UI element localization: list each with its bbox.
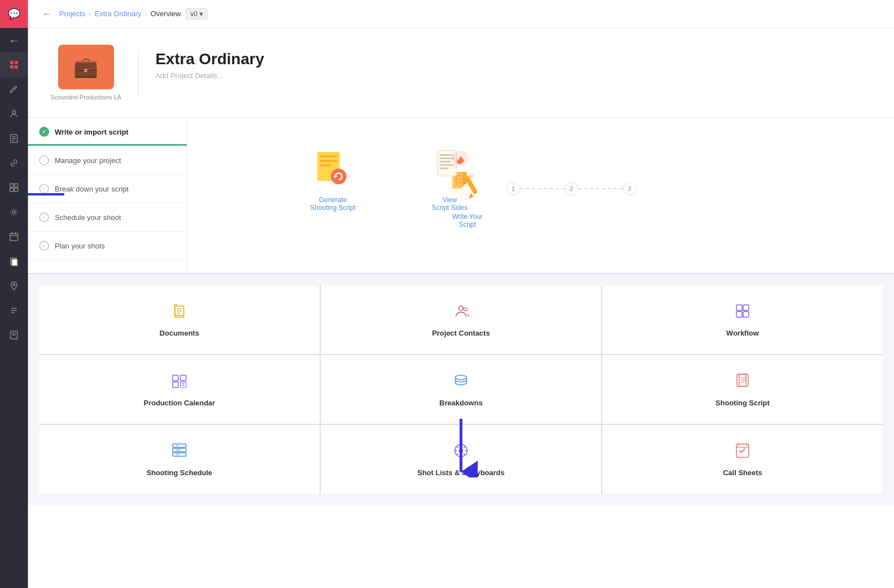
sidebar-item-pin[interactable] [0,274,28,298]
step-write[interactable]: ✓ Write or import script [28,118,187,146]
grid-cell-callsheets[interactable]: Call Sheets [602,425,883,494]
sidebar-item-calendar[interactable] [0,224,28,249]
version-selector[interactable]: v0 ▾ [186,8,208,20]
svg-rect-51 [440,168,449,169]
svg-rect-58 [736,305,742,310]
schedule-icon [170,442,188,462]
sidebar-item-gear[interactable] [0,200,28,224]
svg-rect-49 [440,161,451,162]
script-step-view-label: ViewScript Sides [432,196,468,212]
svg-point-13 [13,211,16,214]
svg-point-20 [13,284,15,286]
breadcrumb-projects[interactable]: Projects [59,9,85,18]
shooting-script-label: Shooting Script [716,399,770,407]
step-num-3: 3 [623,182,636,195]
step-num-2: 2 [565,182,578,195]
svg-rect-1 [15,61,18,64]
shooting-script-icon [734,372,752,392]
svg-rect-50 [440,164,454,166]
svg-rect-41 [320,155,337,157]
sidebar-item-grid[interactable] [0,175,28,200]
svg-rect-60 [736,312,742,317]
svg-point-85 [459,449,463,452]
breadcrumb-current: Overview [150,9,180,18]
grid-cell-calendar[interactable]: Production Calendar [39,355,320,424]
script-step-view-icon [427,146,472,190]
svg-line-90 [457,447,459,448]
step-shots[interactable]: ○ Plan your shots [28,232,187,260]
script-steps-row: TTN PDF FDX TXT Write YourScript [445,162,636,228]
step-schedule[interactable]: ○ Schedule your shoot [28,203,187,232]
project-info: Extra Ordinary Add Project Details... [155,45,264,80]
grid-cell-contacts[interactable]: Project Contacts [321,285,601,354]
svg-rect-65 [180,382,186,388]
grid-cell-documents[interactable]: Documents [39,285,320,354]
svg-rect-12 [15,188,18,192]
main-content: ← Projects › Extra Ordinary › Overview v… [28,0,894,588]
sidebar-item-link[interactable] [0,151,28,175]
svg-rect-64 [173,382,178,388]
schedule-label: Shooting Schedule [146,469,212,477]
svg-point-4 [12,111,16,114]
step-num-1: 1 [507,182,520,195]
sidebar-item-layers[interactable] [0,249,28,274]
sidebar-item-doc[interactable] [0,323,28,347]
step-breakdown-label: Break down your script [55,185,129,193]
step-schedule-label: Schedule your shoot [55,213,121,222]
grid-cell-workflow[interactable]: Workflow [602,285,883,354]
workflow-label: Workflow [726,329,759,337]
breadcrumb-project[interactable]: Extra Ordinary [94,9,141,18]
sidebar-item-book[interactable] [0,126,28,151]
grid-cell-shooting-script[interactable]: Shooting Script [602,355,883,424]
project-logo[interactable]: 💼 [58,45,114,89]
app-logo[interactable]: 💬 [0,0,28,28]
svg-point-44 [331,169,346,184]
callsheets-icon [734,442,752,462]
sidebar: 💬 ← [0,0,28,588]
breakdowns-label: Breakdowns [439,399,482,407]
sidebar-item-back[interactable]: ← [0,28,28,52]
svg-rect-3 [15,65,18,69]
svg-rect-63 [180,375,186,381]
svg-line-91 [464,453,465,455]
svg-rect-61 [743,312,749,317]
step-write-label: Write or import script [55,128,129,136]
workflow-icon [734,302,752,322]
script-steps-panel: TTN PDF FDX TXT Write YourScript [187,118,894,273]
documents-label: Documents [160,329,199,337]
step-breakdown[interactable]: ○ Break down your script [28,175,187,203]
project-subtitle[interactable]: Add Project Details... [155,71,264,80]
sidebar-item-home[interactable] [0,52,28,77]
step-write-icon: ✓ [39,127,49,137]
grid-cell-schedule[interactable]: Shooting Schedule [39,425,320,494]
callsheets-label: Call Sheets [723,469,762,477]
sidebar-item-editor[interactable] [0,77,28,102]
step-manage[interactable]: ○ Manage your project [28,146,187,175]
grid-cell-storyboards[interactable]: Shot Lists & Storyboards [321,425,601,494]
script-step-view[interactable]: ViewScript Sides [427,146,472,212]
storyboards-label: Shot Lists & Storyboards [417,469,505,477]
svg-rect-0 [10,61,13,64]
grid-section: Documents Project Contacts [28,274,894,505]
breadcrumb: Projects › Extra Ordinary › Overview [59,9,181,18]
svg-rect-47 [440,154,454,156]
topbar-back-button[interactable]: ← [39,6,55,22]
svg-rect-14 [10,233,18,241]
page-content: 💼 Scoundrel Productions LA Extra Ordinar… [28,28,894,588]
script-step-generate-icon [311,146,355,190]
svg-rect-9 [10,184,13,187]
sidebar-item-people[interactable] [0,102,28,126]
svg-rect-42 [320,160,337,162]
script-step-generate[interactable]: GenerateShooting Script [310,146,355,212]
svg-rect-62 [173,375,178,381]
step-shots-icon: ○ [39,241,49,251]
svg-rect-48 [440,157,454,159]
contacts-label: Project Contacts [432,329,489,337]
sidebar-item-list[interactable] [0,298,28,323]
svg-rect-78 [173,444,186,447]
grid-cell-breakdowns[interactable]: Breakdowns [321,355,601,424]
svg-point-57 [464,308,467,311]
project-title: Extra Ordinary [155,50,264,68]
calendar-icon [170,372,188,392]
svg-rect-10 [15,184,18,187]
